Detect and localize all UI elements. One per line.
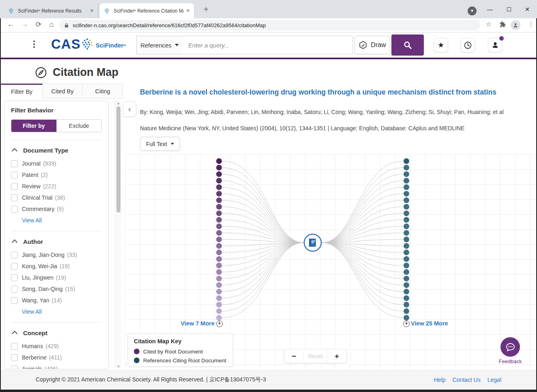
search-button[interactable] bbox=[391, 34, 424, 56]
draw-button[interactable]: Draw bbox=[354, 36, 390, 54]
citing-doc-node[interactable] bbox=[404, 217, 409, 223]
checkbox[interactable] bbox=[11, 286, 18, 293]
cited-doc-node[interactable] bbox=[216, 315, 222, 321]
citing-doc-node[interactable] bbox=[404, 158, 409, 164]
citing-doc-node[interactable] bbox=[404, 269, 409, 275]
citing-doc-node[interactable] bbox=[404, 178, 409, 183]
filter-checkbox-item[interactable]: Review(222) bbox=[11, 181, 102, 192]
citing-doc-node[interactable] bbox=[404, 308, 409, 314]
cited-doc-node[interactable] bbox=[216, 184, 222, 190]
cited-doc-node[interactable] bbox=[216, 269, 222, 275]
new-tab-button[interactable]: + bbox=[201, 5, 211, 15]
cited-doc-node[interactable] bbox=[216, 224, 222, 229]
plus-icon[interactable]: + bbox=[216, 321, 223, 327]
close-button[interactable]: ✕ bbox=[521, 4, 533, 15]
checkbox[interactable] bbox=[11, 183, 18, 190]
address-bar[interactable]: scifinder-n.cas.org/searchDetail/referen… bbox=[59, 20, 480, 30]
cited-doc-node[interactable] bbox=[216, 197, 222, 203]
cited-doc-node[interactable] bbox=[216, 230, 222, 236]
cited-doc-node[interactable] bbox=[216, 204, 222, 210]
filter-by-toggle[interactable]: Filter by bbox=[11, 120, 56, 132]
filter-section-header[interactable]: Concept bbox=[11, 327, 102, 338]
filter-checkbox-item[interactable]: Journal(939) bbox=[11, 158, 102, 169]
checkbox[interactable] bbox=[11, 252, 18, 258]
checkbox[interactable] bbox=[11, 263, 18, 270]
tab-close-icon[interactable]: ✕ bbox=[90, 8, 94, 13]
cited-doc-node[interactable] bbox=[216, 282, 222, 288]
filter-checkbox-item[interactable]: Song, Dan-Qing(15) bbox=[11, 283, 102, 295]
cited-doc-node[interactable] bbox=[216, 302, 222, 308]
filter-section-header[interactable]: Document Type bbox=[11, 145, 102, 155]
citing-doc-node[interactable] bbox=[404, 171, 409, 177]
full-text-button[interactable]: Full Text bbox=[140, 137, 180, 151]
cited-doc-node[interactable] bbox=[216, 191, 222, 196]
scroll-down-icon[interactable]: ▼ bbox=[115, 365, 122, 368]
filter-checkbox-item[interactable]: Animals(406) bbox=[11, 363, 102, 369]
tab-filter-by[interactable]: Filter By bbox=[1, 84, 43, 99]
search-scope-select[interactable]: References bbox=[136, 36, 183, 54]
citing-doc-node[interactable] bbox=[404, 197, 409, 203]
citing-doc-node[interactable] bbox=[404, 295, 409, 301]
filter-section-header[interactable]: Author bbox=[11, 236, 102, 247]
filter-checkbox-item[interactable]: Commentary(5) bbox=[11, 203, 102, 215]
tab-cited-by[interactable]: Cited By bbox=[43, 84, 83, 99]
citing-doc-node[interactable] bbox=[404, 289, 409, 295]
citing-doc-node[interactable] bbox=[404, 165, 409, 170]
cited-doc-node[interactable] bbox=[216, 295, 222, 301]
cited-doc-node[interactable] bbox=[216, 237, 222, 242]
filter-checkbox-item[interactable]: Clinical Trial(38) bbox=[11, 192, 102, 203]
filter-checkbox-item[interactable]: Liu, Jingwen(19) bbox=[11, 272, 102, 283]
citing-doc-node[interactable] bbox=[404, 224, 409, 229]
filter-checkbox-item[interactable]: Berberine(411) bbox=[11, 352, 102, 363]
checkbox[interactable] bbox=[11, 354, 18, 361]
cited-doc-node[interactable] bbox=[216, 256, 222, 262]
forward-icon[interactable]: → bbox=[19, 20, 30, 28]
browser-tab[interactable]: SciFinderⁿ Reference Results✕ bbox=[4, 3, 98, 18]
browser-tab[interactable]: SciFinderⁿ Reference Citation Ma✕ bbox=[100, 3, 194, 18]
zoom-in-button[interactable]: + bbox=[327, 349, 346, 363]
cited-doc-node[interactable] bbox=[216, 178, 222, 183]
citing-doc-node[interactable] bbox=[404, 230, 409, 236]
account-button[interactable] bbox=[488, 38, 503, 52]
cited-doc-node[interactable] bbox=[216, 276, 222, 281]
filter-checkbox-item[interactable]: Jiang, Jian-Dong(33) bbox=[11, 249, 102, 261]
citing-doc-node[interactable] bbox=[404, 204, 409, 210]
app-menu-icon[interactable] bbox=[33, 41, 35, 48]
citing-doc-node[interactable] bbox=[404, 191, 409, 196]
home-icon[interactable]: ⌂ bbox=[46, 20, 57, 29]
citing-doc-node[interactable] bbox=[404, 315, 409, 321]
scroll-up-icon[interactable]: ▲ bbox=[115, 101, 122, 105]
cited-doc-node[interactable] bbox=[216, 165, 222, 170]
citing-doc-node[interactable] bbox=[404, 256, 409, 262]
citing-doc-node[interactable] bbox=[404, 282, 409, 288]
cited-doc-node[interactable] bbox=[216, 158, 222, 164]
filter-checkbox-item[interactable]: Wang, Yan(14) bbox=[11, 295, 102, 306]
extensions-puzzle-icon[interactable] bbox=[497, 21, 508, 30]
checkbox[interactable] bbox=[11, 160, 18, 167]
cited-doc-node[interactable] bbox=[216, 217, 222, 223]
view-all-link[interactable]: View All bbox=[11, 215, 102, 226]
cited-doc-node[interactable] bbox=[216, 289, 222, 295]
filter-checkbox-item[interactable]: Kong, Wei-Jia(19) bbox=[11, 261, 102, 272]
footer-link-legal[interactable]: Legal bbox=[488, 377, 501, 383]
zoom-reset-button[interactable]: Reset bbox=[303, 349, 327, 363]
plus-icon[interactable]: + bbox=[403, 321, 410, 327]
citing-doc-node[interactable] bbox=[404, 237, 409, 242]
exclude-toggle[interactable]: Exclude bbox=[56, 120, 102, 132]
feedback-button[interactable] bbox=[500, 337, 520, 357]
maximize-button[interactable]: ☐ bbox=[503, 4, 515, 15]
bookmark-star-icon[interactable]: ☆ bbox=[483, 20, 494, 28]
minimize-button[interactable]: — bbox=[484, 4, 496, 15]
checkbox[interactable] bbox=[11, 366, 18, 370]
filter-checkbox-item[interactable]: Patent(2) bbox=[11, 169, 102, 181]
checkbox[interactable] bbox=[11, 343, 18, 350]
checkbox[interactable] bbox=[11, 274, 18, 281]
filter-checkbox-item[interactable]: Humans(429) bbox=[11, 340, 102, 352]
back-icon[interactable]: ← bbox=[6, 20, 16, 28]
footer-link-contact-us[interactable]: Contact Us bbox=[452, 377, 480, 383]
citing-doc-node[interactable] bbox=[404, 250, 409, 255]
view-more-cited-link[interactable]: View 7 More bbox=[164, 320, 215, 327]
saved-searches-button[interactable]: ★ bbox=[434, 38, 448, 52]
filter-panel-scrollbar[interactable]: ▲ ▼ bbox=[115, 101, 122, 369]
collapse-panel-button[interactable]: ‹ bbox=[123, 101, 136, 117]
